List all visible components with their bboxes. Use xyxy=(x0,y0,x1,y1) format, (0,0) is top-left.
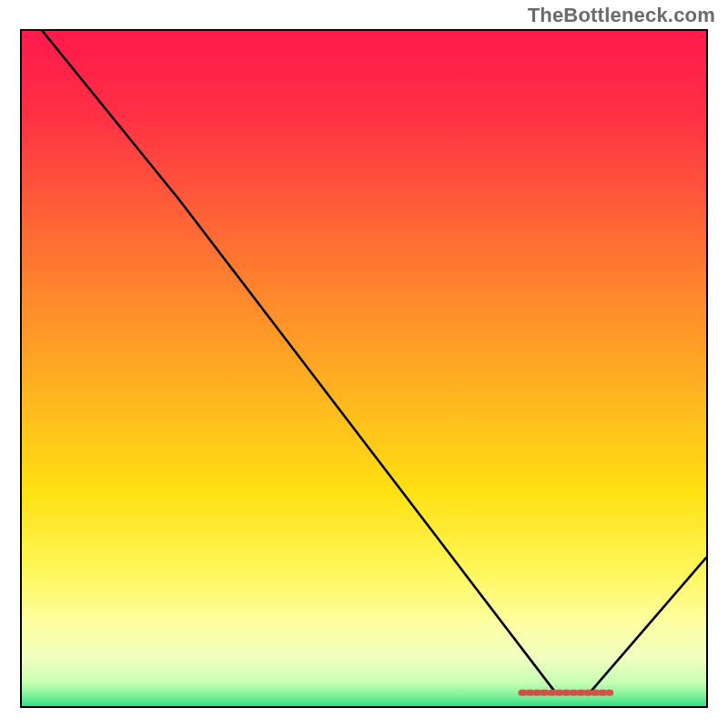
watermark-text: TheBottleneck.com xyxy=(528,4,715,27)
plot-frame xyxy=(20,29,708,708)
plot-svg xyxy=(22,31,706,706)
chart-stage: TheBottleneck.com xyxy=(0,0,728,728)
